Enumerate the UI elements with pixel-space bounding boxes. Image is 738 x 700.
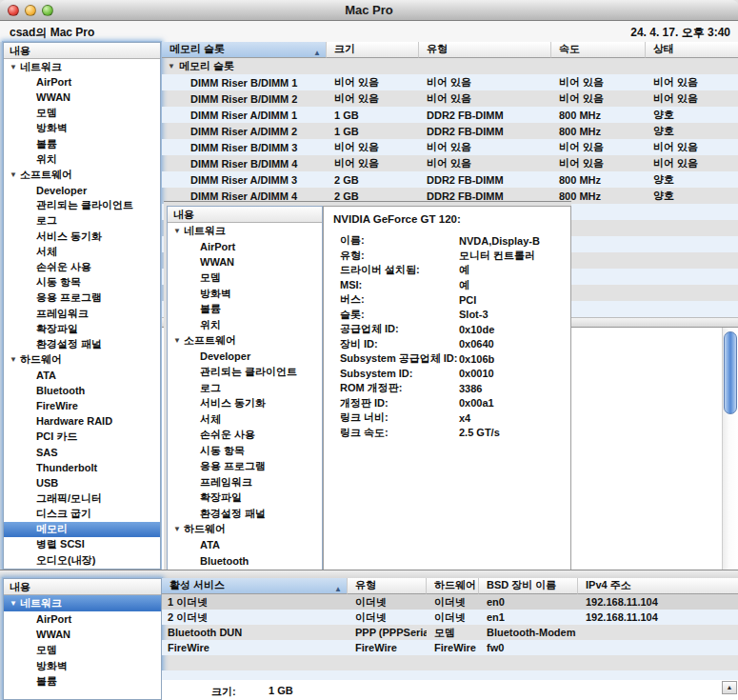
sidebar-category[interactable]: ▼하드웨어 — [168, 522, 322, 538]
table-row[interactable]: DIMM Riser A/DIMM 32 GBDDR2 FB-DIMM800 M… — [162, 171, 738, 188]
sidebar-item[interactable]: 위치 — [168, 317, 322, 333]
sidebar-item[interactable]: FireWire — [4, 398, 160, 413]
column-header[interactable]: BSD 장비 이름 — [479, 578, 578, 594]
sidebar-item[interactable]: AirPort — [4, 611, 161, 628]
table-row[interactable]: DIMM Riser A/DIMM 11 GBDDR2 FB-DIMM800 M… — [162, 107, 738, 123]
sidebar-item[interactable]: 환경설정 패널 — [168, 506, 322, 522]
sidebar-item[interactable]: 환경설정 패널 — [4, 336, 160, 351]
sidebar-item[interactable]: PCI 카드 — [4, 430, 160, 445]
sidebar-item[interactable]: AirPort — [168, 239, 322, 255]
disclosure-triangle-icon[interactable]: ▼ — [10, 63, 20, 71]
sidebar-item[interactable]: Thunderbolt — [4, 460, 160, 475]
table-row[interactable]: DIMM Riser B/DIMM 4비어 있음비어 있음비어 있음비어 있음 — [162, 155, 738, 171]
gpu-property-row: 링크 속도:2.5 GT/s — [324, 426, 570, 441]
table-row[interactable]: DIMM Riser B/DIMM 3비어 있음비어 있음비어 있음비어 있음 — [162, 139, 738, 155]
sidebar-item[interactable]: 병렬 SCSI — [4, 537, 160, 552]
table-row[interactable]: 2 이더넷이더넷이더넷en1192.168.11.104 — [162, 610, 738, 625]
sidebar-item[interactable]: 디스크 굽기 — [4, 506, 160, 521]
sidebar-item[interactable]: 프레임워크 — [168, 474, 322, 490]
sidebar-item[interactable]: ATA — [168, 537, 322, 553]
disclosure-triangle-icon[interactable]: ▼ — [168, 62, 179, 70]
table-cell: 192.168.11.104 — [578, 611, 738, 623]
sidebar-item[interactable]: 모뎀 — [4, 106, 160, 121]
sidebar-item[interactable]: 확장파일 — [168, 490, 322, 507]
sidebar-item[interactable]: 서체 — [4, 244, 160, 259]
table-row[interactable]: DIMM Riser A/DIMM 21 GBDDR2 FB-DIMM800 M… — [162, 123, 738, 139]
sidebar-item[interactable]: 프레임워크 — [4, 306, 160, 321]
sidebar-item[interactable]: 오디오(내장) — [4, 552, 160, 568]
sidebar-item[interactable]: 관리되는 클라이언트 — [168, 365, 322, 381]
disclosure-triangle-icon[interactable]: ▼ — [173, 525, 184, 533]
sidebar-item[interactable]: 방화벽 — [4, 658, 161, 674]
sidebar-item[interactable]: 서체 — [168, 411, 322, 428]
sidebar-item[interactable]: 위치 — [4, 151, 160, 167]
table-row[interactable]: DIMM Riser B/DIMM 1비어 있음비어 있음비어 있음비어 있음 — [162, 74, 738, 90]
column-header[interactable]: 메모리 슬롯▲ — [162, 42, 327, 58]
sidebar-item[interactable]: 메모리 — [4, 522, 160, 537]
sidebar-item[interactable]: 응용 프로그램 — [4, 290, 160, 306]
sidebar-item[interactable]: 방화벽 — [168, 286, 322, 302]
sidebar-item[interactable]: SAS — [4, 445, 160, 460]
sidebar-item[interactable]: 로그 — [168, 380, 322, 396]
sidebar-category[interactable]: ▼네트워크 — [4, 59, 160, 74]
sidebar-item[interactable]: Bluetooth — [4, 383, 160, 398]
sidebar-category[interactable]: ▼소프트웨어 — [4, 167, 160, 182]
sidebar-item[interactable]: 관리되는 클라이언트 — [4, 198, 160, 213]
sidebar-item[interactable]: 방화벽 — [4, 121, 160, 136]
sidebar-item[interactable]: 손쉬운 사용 — [4, 259, 160, 274]
sidebar-item[interactable]: ATA — [4, 368, 160, 383]
column-header[interactable]: 크기 — [327, 42, 419, 58]
sidebar-item[interactable]: 시동 항목 — [4, 275, 160, 290]
sidebar-item[interactable]: 시동 항목 — [168, 443, 322, 459]
column-header[interactable]: IPv4 주소 — [578, 578, 738, 594]
window-top-edge[interactable] — [0, 570, 738, 578]
sidebar-item[interactable]: Developer — [168, 349, 322, 365]
sidebar-item[interactable]: 응용 프로그램 — [168, 459, 322, 475]
sidebar-item[interactable]: 로그 — [4, 213, 160, 229]
column-header[interactable]: 상태 — [646, 42, 738, 58]
sidebar-item[interactable]: 그래픽/모니터 — [4, 490, 160, 506]
scrollbar-thumb[interactable] — [724, 331, 737, 414]
column-header[interactable]: 유형 — [348, 578, 427, 594]
sidebar-item[interactable]: USB — [4, 475, 160, 490]
sidebar-item[interactable]: 볼륨 — [168, 302, 322, 318]
sidebar-item[interactable]: 서비스 동기화 — [4, 229, 160, 244]
sidebar-category[interactable]: ▼소프트웨어 — [168, 333, 322, 350]
sidebar-item[interactable]: 볼륨 — [4, 136, 160, 151]
table-row[interactable]: FireWireFireWireFireWirefw0 — [162, 640, 738, 655]
disclosure-triangle-icon[interactable]: ▼ — [173, 336, 184, 345]
tree-item-label: WWAN — [200, 256, 234, 268]
table-row[interactable]: DIMM Riser B/DIMM 2비어 있음비어 있음비어 있음비어 있음 — [162, 90, 738, 107]
group-row[interactable]: ▼메모리 슬롯 — [162, 58, 738, 74]
sidebar-item[interactable]: 모뎀 — [168, 270, 322, 287]
column-header[interactable]: 유형 — [419, 42, 551, 58]
column-header[interactable]: 속도 — [551, 42, 646, 58]
titlebar[interactable]: Mac Pro — [0, 0, 738, 21]
sidebar-item[interactable]: WWAN — [4, 627, 161, 643]
sidebar-category[interactable]: ▼네트워크 — [168, 223, 322, 239]
disclosure-triangle-icon[interactable]: ▼ — [10, 355, 20, 364]
sidebar-item[interactable]: AirPort — [4, 74, 160, 90]
sidebar-item[interactable]: 서비스 동기화 — [168, 396, 322, 412]
sidebar-item[interactable]: Hardware RAID — [4, 413, 160, 429]
table-row[interactable]: 1 이더넷이더넷이더넷en0192.168.11.104 — [162, 594, 738, 610]
sidebar-item[interactable]: Bluetooth — [168, 553, 322, 570]
disclosure-triangle-icon[interactable]: ▼ — [10, 599, 20, 608]
main-sidebar: 내용 ▼네트워크AirPortWWAN모뎀방화벽볼륨위치▼소프트웨어Develo… — [3, 42, 161, 570]
disclosure-triangle-icon[interactable]: ▼ — [10, 170, 20, 179]
sidebar-item[interactable]: 확장파일 — [4, 321, 160, 336]
sidebar-item[interactable]: Developer — [4, 183, 160, 198]
sidebar-item[interactable]: WWAN — [4, 90, 160, 105]
sidebar-category[interactable]: ▼하드웨어 — [4, 352, 160, 368]
scroll-up-arrow-icon[interactable]: ▲ — [722, 681, 737, 694]
column-header[interactable]: 하드웨어 — [427, 578, 479, 594]
disclosure-triangle-icon[interactable]: ▼ — [173, 227, 184, 235]
table-row[interactable]: Bluetooth DUNPPP (PPPSerial)모뎀Bluetooth-… — [162, 625, 738, 640]
tree-item-label: 소프트웨어 — [184, 333, 236, 348]
sidebar-item[interactable]: 볼륨 — [4, 674, 161, 690]
sidebar-item[interactable]: WWAN — [168, 254, 322, 270]
column-header[interactable]: 활성 서비스▲ — [162, 578, 348, 594]
sidebar-item[interactable]: 모뎀 — [4, 643, 161, 659]
sidebar-category[interactable]: ▼네트워크 — [4, 595, 161, 611]
sidebar-item[interactable]: 손쉬운 사용 — [168, 428, 322, 444]
